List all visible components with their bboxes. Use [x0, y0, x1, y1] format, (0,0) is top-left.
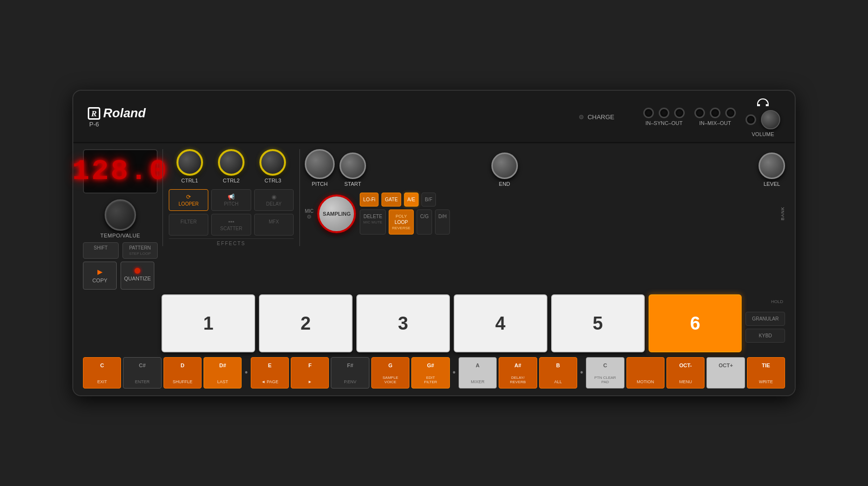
pad-2[interactable]: 2: [259, 294, 353, 352]
loop-button[interactable]: POLY LOOP REVERSE: [389, 209, 414, 235]
key-b-note: B: [556, 362, 560, 368]
hold-label: HOLD: [746, 294, 785, 309]
pitch-knob[interactable]: [305, 149, 335, 179]
key-csharp-enter[interactable]: C# ENTER: [123, 357, 161, 389]
gate-button[interactable]: GATE: [381, 193, 401, 207]
sampling-label: SAMPLING: [323, 211, 351, 217]
pad-1[interactable]: 1: [162, 294, 255, 352]
key-a-mixer[interactable]: A MIXER: [459, 357, 497, 389]
filter-label: FILTER: [180, 219, 197, 224]
key-tie-write[interactable]: TIE WRITE: [747, 357, 785, 389]
key-motion-label: MOTION: [637, 379, 654, 384]
sync-jack-1[interactable]: [643, 108, 654, 118]
bf-button[interactable]: B/F: [421, 193, 436, 207]
ctrl2-group: CTRL2: [218, 149, 244, 183]
key-c2-ptnclear[interactable]: C PTN CLEARPAD: [586, 357, 624, 389]
key-a-label: MIXER: [471, 379, 485, 384]
main-panel: 128.0 TEMPO/VALUE SHIFT PATTERNSTEP LOOP: [73, 143, 795, 395]
pad-6[interactable]: 6: [649, 294, 742, 352]
filter-button[interactable]: FILTER: [169, 214, 208, 236]
key-f-page-right[interactable]: F ►: [291, 357, 329, 389]
pad-1-label: 1: [203, 313, 213, 334]
cg-button[interactable]: C/G: [417, 209, 432, 235]
key-c2-label: PTN CLEARPAD: [594, 375, 616, 384]
bf-label: B/F: [425, 197, 433, 202]
delete-label: DELETE: [364, 214, 382, 219]
sampling-button[interactable]: SAMPLING: [317, 194, 356, 233]
headphone-jack[interactable]: [746, 114, 756, 125]
key-c-exit[interactable]: C EXIT: [83, 357, 121, 389]
volume-knob[interactable]: [761, 110, 780, 129]
pad-3[interactable]: 3: [356, 294, 450, 352]
delete-button[interactable]: DELETE MIC MUTE: [360, 209, 386, 235]
tempo-knob[interactable]: [105, 199, 136, 231]
key-gsharp-edit[interactable]: G# EDITFILTER: [411, 357, 449, 389]
pad-5[interactable]: 5: [551, 294, 645, 352]
lofi-button[interactable]: LO-Fi: [360, 193, 379, 207]
key-csharp-label: ENTER: [135, 379, 150, 384]
looper-button[interactable]: ⟳ LOOPER: [169, 189, 208, 211]
key-oct-minus[interactable]: OCT- MENU: [666, 357, 705, 389]
poly-label: POLY: [395, 214, 407, 219]
key-c2-note: C: [603, 362, 607, 368]
key-fsharp-penv[interactable]: F# P.ENV: [331, 357, 369, 389]
ctrl1-knob[interactable]: [176, 149, 203, 176]
key-dsharp-last[interactable]: D# LAST: [203, 357, 242, 389]
pitch-fx-button[interactable]: 📢 PITCH: [211, 189, 251, 211]
dh-button[interactable]: D/H: [435, 209, 450, 235]
mix-jack-1[interactable]: [694, 108, 705, 118]
key-e-label: ◄ PAGE: [261, 379, 279, 384]
key-oct-plus[interactable]: OCT+: [706, 357, 745, 389]
key-b-all[interactable]: B ALL: [539, 357, 577, 389]
start-knob[interactable]: [339, 153, 366, 179]
end-knob[interactable]: [491, 153, 518, 179]
ctrl2-knob[interactable]: [218, 149, 244, 176]
effects-area: CTRL1 CTRL2 CTRL3 ⟳ LOOPER: [163, 149, 300, 246]
copy-button[interactable]: ▶ COPY: [83, 262, 117, 290]
brand-logo: R Roland P-6: [88, 106, 146, 128]
key-motion[interactable]: MOTION: [626, 357, 665, 389]
pads-row: 1 2 3 4 5 6 HOLD: [83, 294, 785, 352]
key-octminus-note: OCT-: [679, 362, 692, 368]
scatter-button[interactable]: ▪▪▪ SCATTER: [211, 214, 251, 236]
quantize-button[interactable]: QUANTIZE: [121, 262, 154, 290]
mic-led: [307, 215, 311, 219]
key-f-note: F: [308, 362, 312, 368]
quantize-label: QUANTIZE: [124, 276, 151, 281]
mfx-button[interactable]: MFX: [254, 214, 294, 236]
level-label: LEVEL: [763, 181, 780, 187]
kybd-button[interactable]: KYBD: [746, 329, 785, 343]
bank-label: BANK: [780, 207, 785, 221]
key-g-sample[interactable]: G SAMPLEVOICE: [371, 357, 409, 389]
key-b-label: ALL: [554, 379, 562, 384]
sync-jack-3[interactable]: [674, 108, 685, 118]
dot-separator-3: •: [579, 357, 584, 389]
looper-label: LOOPER: [178, 201, 199, 207]
shift-button[interactable]: SHIFT: [83, 242, 119, 259]
start-label: START: [344, 181, 361, 187]
pad-4[interactable]: 4: [454, 294, 547, 352]
granular-button[interactable]: GRANULAR: [746, 312, 785, 326]
level-knob[interactable]: [759, 153, 785, 179]
mix-jack-3[interactable]: [725, 108, 736, 118]
ae-button[interactable]: A/E: [404, 193, 419, 207]
key-g-label: SAMPLEVOICE: [382, 375, 398, 384]
sync-jack-2[interactable]: [659, 108, 669, 118]
ctrl3-group: CTRL3: [259, 149, 286, 183]
effects-buttons-grid: ⟳ LOOPER 📢 PITCH ◉ DELAY FILTER: [169, 189, 294, 236]
ctrl2-label: CTRL2: [223, 178, 240, 183]
dot-separator-2: •: [452, 357, 457, 389]
key-asharp-delay[interactable]: A# DELAY/REVERB: [499, 357, 537, 389]
mix-jack-2[interactable]: [710, 108, 720, 118]
charge-label: CHARGE: [587, 113, 614, 121]
delay-button[interactable]: ◉ DELAY: [254, 189, 294, 211]
ctrl3-knob[interactable]: [259, 149, 286, 176]
top-controls-row: 128.0 TEMPO/VALUE SHIFT PATTERNSTEP LOOP: [83, 149, 785, 290]
key-d-shuffle[interactable]: D SHUFFLE: [163, 357, 202, 389]
pad-5-label: 5: [593, 313, 603, 334]
pattern-button[interactable]: PATTERNSTEP LOOP: [122, 242, 158, 259]
key-e-page-left[interactable]: E ◄ PAGE: [251, 357, 289, 389]
display-section: 128.0: [83, 149, 158, 194]
loop-label: LOOP: [394, 220, 408, 225]
scatter-icon: ▪▪▪: [228, 218, 234, 225]
